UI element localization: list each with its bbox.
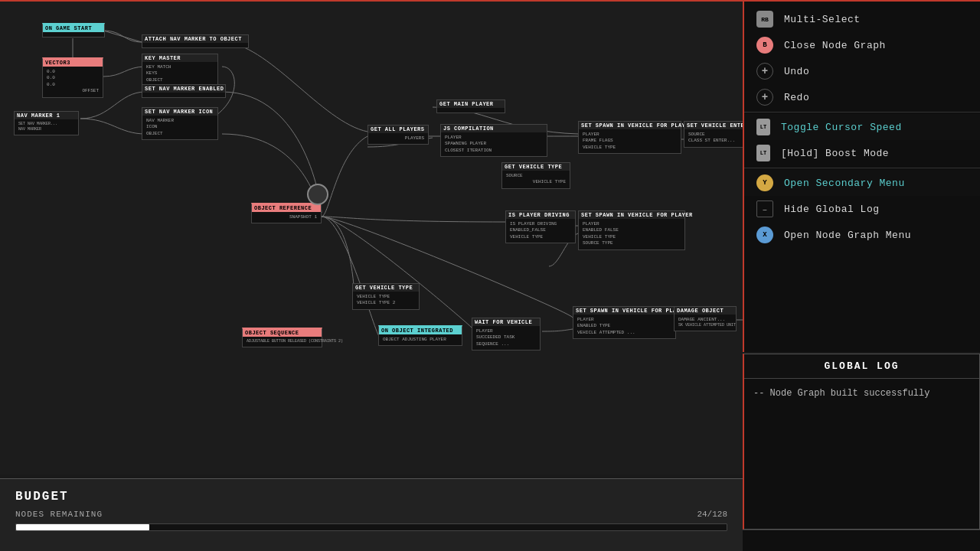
nodes-remaining-label: NODES REMAINING	[15, 510, 103, 519]
node-wait-for-vehicle[interactable]: WAIT FOR VEHICLE PLAYER SUCCEEDED TASK S…	[472, 318, 541, 350]
global-log-panel: GLOBAL LOG -- Node Graph built successfu…	[743, 354, 980, 530]
node-get-all-players[interactable]: GET ALL PLAYERS PLAYERS	[368, 125, 429, 145]
node-object-sequence[interactable]: OBJECT SEQUENCE ADJUSTABLE BUTTON RELEAS…	[242, 328, 322, 347]
lt-button-cursor: LT	[756, 119, 770, 135]
menu-item-close-node-graph[interactable]: B Close Node Graph	[744, 32, 980, 58]
global-log-content: -- Node Graph built successfully	[744, 379, 979, 408]
menu-section: RB Multi-Select B Close Node Graph + Und…	[744, 0, 980, 352]
boost-mode-label: [Hold] Boost Mode	[781, 148, 889, 159]
top-border	[0, 0, 980, 2]
menu-item-multi-select[interactable]: RB Multi-Select	[744, 6, 980, 32]
toolbar-divider-1	[744, 112, 980, 112]
redo-label: Redo	[784, 92, 809, 103]
plus-button-undo: +	[756, 63, 773, 80]
node-object-reference[interactable]: OBJECT REFERENCE SNAPSHOT 1	[251, 203, 322, 223]
node-set-vehicle-enterable[interactable]: SET VEHICLE ENTERABLE SOURCE CLASS ST EN…	[684, 121, 743, 148]
node-vector3[interactable]: VECTOR3 0.0 0.0 0.0 OFFSET	[42, 57, 103, 98]
menu-item-open-node-graph-menu[interactable]: X Open Node Graph Menu	[744, 222, 980, 248]
x-button: X	[756, 227, 773, 243]
node-damage-object[interactable]: DAMAGE OBJECT DAMAGE ANCIENT... SK VEHIC…	[674, 306, 737, 331]
hide-log-btn: ―	[756, 201, 773, 217]
node-is-player-driving[interactable]: IS PLAYER DRIVING IS PLAYER DRIVING ENAB…	[505, 210, 576, 243]
multi-select-label: Multi-Select	[784, 14, 861, 25]
node-set-spawn-player-3[interactable]: SET SPAWN IN VEHICLE FOR PLAYER PLAYER E…	[573, 306, 676, 339]
node-attach-nav-marker[interactable]: ATTACH NAV MARKER TO OBJECT	[142, 34, 249, 48]
menu-item-redo[interactable]: + Redo	[744, 84, 980, 110]
b-button: B	[756, 37, 773, 54]
node-nav-marker-enabled[interactable]: SET NAV MARKER ENABLED	[142, 84, 226, 98]
cursor-dot	[307, 184, 328, 205]
node-set-spawn-player-2[interactable]: SET SPAWN IN VEHICLE FOR PLAYER PLAYER E…	[578, 210, 685, 250]
budget-bar: BUDGET NODES REMAINING 24/128	[0, 478, 743, 551]
open-node-graph-menu-label: Open Node Graph Menu	[784, 230, 911, 241]
secondary-menu-label: Open Secondary Menu	[784, 178, 905, 189]
budget-title: BUDGET	[15, 490, 727, 504]
node-nav-marker-1[interactable]: NAV MARKER 1 SET NAV MARKER... NAV MARKE…	[14, 111, 79, 135]
node-set-spawn-vehicle-1[interactable]: SET SPAWN IN VEHICLE FOR PLAYER PLAYER F…	[578, 121, 681, 154]
node-js-compilation[interactable]: JS COMPILATION PLAYER SPAWNING PLAYER CL…	[440, 124, 547, 157]
node-key-master[interactable]: KEY MASTER KEY MATCH KEYS OBJECT	[142, 54, 218, 86]
node-nav-marker-icon[interactable]: SET NAV MARKER ICON NAV MARKER ICON OBJE…	[142, 107, 218, 140]
menu-item-secondary-menu[interactable]: Y Open Secondary Menu	[744, 170, 980, 196]
nodes-remaining-value: 24/128	[697, 510, 727, 519]
hide-global-log-label: Hide Global Log	[784, 204, 880, 215]
node-on-game-start[interactable]: ON GAME START	[42, 23, 105, 37]
node-get-vehicle-type-2[interactable]: GET VEHICLE TYPE VEHICLE TYPE VEHICLE TY…	[352, 283, 420, 310]
right-toolbar: RB Multi-Select B Close Node Graph + Und…	[743, 0, 980, 352]
node-get-main-player[interactable]: GET MAIN PLAYER	[436, 99, 505, 113]
rb-button: RB	[756, 11, 773, 28]
lt-button-boost: LT	[756, 145, 770, 161]
node-get-vehicle-type-small[interactable]: GET VEHICLE TYPE SOURCE VEHICLE TYPE	[501, 162, 570, 189]
global-log-title: GLOBAL LOG	[744, 354, 979, 379]
close-node-graph-label: Close Node Graph	[784, 40, 886, 51]
budget-progress-bg	[15, 523, 727, 531]
node-on-object-integrated[interactable]: ON OBJECT INTEGRATED OBJECT ADJUSTING PL…	[378, 325, 462, 346]
y-button: Y	[756, 174, 773, 191]
menu-item-hide-global-log[interactable]: ― Hide Global Log	[744, 196, 980, 222]
toggle-cursor-speed-label: Toggle Cursor Speed	[781, 122, 902, 133]
toolbar-divider-2	[744, 168, 980, 168]
plus-button-redo: +	[756, 89, 773, 106]
menu-item-boost-mode[interactable]: LT [Hold] Boost Mode	[744, 140, 980, 166]
menu-item-undo[interactable]: + Undo	[744, 58, 980, 84]
menu-item-toggle-cursor-speed[interactable]: LT Toggle Cursor Speed	[744, 114, 980, 140]
budget-progress-fill	[16, 524, 149, 530]
bottom-right-bar	[743, 530, 980, 551]
undo-label: Undo	[784, 66, 809, 77]
node-canvas[interactable]: ON GAME START ATTACH NAV MARKER TO OBJEC…	[0, 0, 743, 474]
